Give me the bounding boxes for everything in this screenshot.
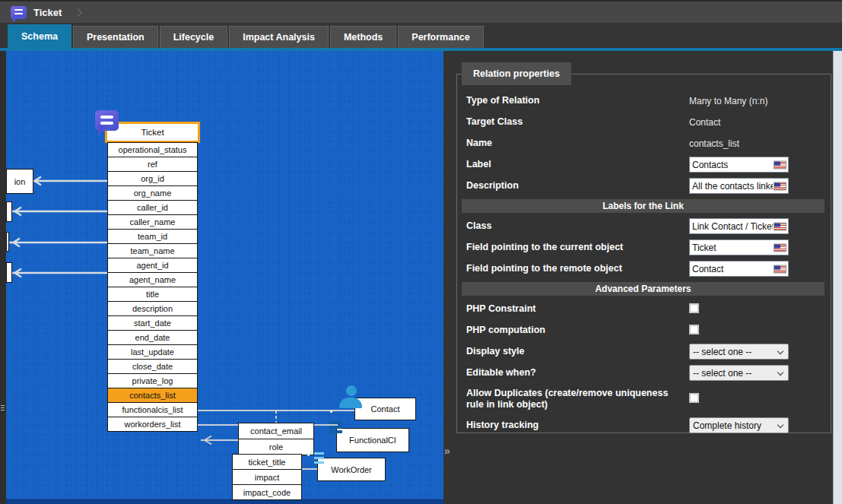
ticket-field-row[interactable]: caller_name <box>107 214 198 230</box>
php-constraint-checkbox[interactable] <box>689 303 699 313</box>
ticket-class-header[interactable]: Ticket <box>105 122 200 143</box>
tab-schema[interactable]: Schema <box>8 24 71 48</box>
ticket-field-row[interactable]: org_id <box>107 171 198 186</box>
contact-link-attributes: contact_emailrole <box>238 423 314 455</box>
contact-class-node[interactable]: Contact <box>354 398 416 420</box>
tab-methods[interactable]: Methods <box>330 26 396 48</box>
field-label: PHP computation <box>466 325 689 336</box>
row-label: Label <box>462 157 825 173</box>
link-attribute-row[interactable]: contact_email <box>238 423 314 439</box>
field-value: contacts_list <box>689 138 789 149</box>
row-field-remote: Field pointing to the remote object <box>462 261 825 277</box>
page-title: Ticket <box>33 7 62 18</box>
ticket-field-row[interactable]: private_log <box>107 373 198 388</box>
expand-chevrons-icon[interactable]: » <box>444 445 450 457</box>
ticket-chat-icon <box>11 6 27 19</box>
display-style-select[interactable]: -- select one -- <box>689 344 789 360</box>
ticket-field-row[interactable]: workorders_list <box>107 417 198 432</box>
ticket-field-row[interactable]: ref <box>107 157 198 172</box>
ticket-field-row[interactable]: agent_name <box>107 272 198 287</box>
ticket-field-row[interactable]: title <box>107 287 198 302</box>
ticket-field-row[interactable]: start_date <box>107 315 198 331</box>
field-label: Label <box>466 159 689 170</box>
row-class: Class <box>462 218 825 234</box>
field-label: Class <box>466 220 689 232</box>
properties-panel: » Relation properties Type of Relation M… <box>443 51 833 504</box>
link-attribute-row[interactable]: role <box>238 439 314 455</box>
field-label: PHP Constraint <box>466 303 689 315</box>
person-icon <box>339 385 364 408</box>
link-attribute-row[interactable]: impact <box>232 469 302 485</box>
title-bar: Ticket <box>0 0 842 23</box>
ticket-field-row[interactable]: close_date <box>107 359 198 374</box>
workorder-class-node[interactable]: WorkOrder <box>317 458 386 481</box>
panel-grip-icon[interactable] <box>1 405 5 412</box>
us-flag-icon <box>774 265 786 273</box>
ticket-field-row[interactable]: contacts_list <box>107 388 198 403</box>
row-name: Name contacts_list <box>462 135 825 151</box>
ticket-field-row[interactable]: org_name <box>107 185 198 201</box>
ticket-field-row[interactable]: operational_status <box>107 142 198 157</box>
row-type-of-relation: Type of Relation Many to Many (n:n) <box>462 93 825 109</box>
history-tracking-select[interactable]: Complete history <box>689 417 789 433</box>
field-label: Type of Relation <box>466 95 689 106</box>
field-label: Description <box>466 180 689 192</box>
ticket-field-row[interactable]: end_date <box>107 330 198 345</box>
field-value: Many to Many (n:n) <box>689 96 789 106</box>
us-flag-icon <box>774 222 786 230</box>
row-allow-duplicates: Allow Duplicates (create/remove uniquene… <box>462 386 825 412</box>
ticket-field-row[interactable]: description <box>107 301 198 316</box>
ticket-field-row[interactable]: team_name <box>107 243 198 258</box>
field-label: Display style <box>466 346 689 357</box>
stub-class-organization[interactable]: ion <box>6 169 33 194</box>
main-area: ion Ticket operational_statusreforg_idor… <box>0 51 842 504</box>
link-attribute-row[interactable]: ticket_title <box>232 454 302 470</box>
ticket-field-row[interactable]: caller_id <box>107 200 198 215</box>
field-label: History tracking <box>466 420 689 431</box>
row-editable-when: Editable when? -- select one -- <box>462 365 825 381</box>
field-label: Editable when? <box>466 367 689 379</box>
ticket-field-row[interactable]: agent_id <box>107 258 198 273</box>
row-display-style: Display style -- select one -- <box>462 344 825 360</box>
stub-class-2[interactable] <box>6 201 12 222</box>
row-target-class: Target Class Contact <box>462 114 825 130</box>
breadcrumb-chevron-icon <box>72 8 82 17</box>
tab-performance[interactable]: Performance <box>398 26 483 48</box>
row-description: Description <box>462 178 825 194</box>
row-php-constraint: PHP Constraint <box>462 301 825 317</box>
field-value: Contact <box>689 117 789 128</box>
tab-impact-analysis[interactable]: Impact Analysis <box>229 26 329 48</box>
ticket-field-row[interactable]: last_update <box>107 344 198 360</box>
tab-lifecycle[interactable]: Lifecycle <box>160 26 228 48</box>
php-computation-checkbox[interactable] <box>689 325 699 334</box>
ticket-field-row[interactable]: team_id <box>107 229 198 244</box>
row-php-computation: PHP computation <box>462 322 825 338</box>
stub-class-4[interactable] <box>6 262 12 283</box>
ticket-class-icon <box>95 110 119 131</box>
us-flag-icon <box>774 160 786 169</box>
editable-when-select[interactable]: -- select one -- <box>689 365 789 381</box>
schema-canvas[interactable]: ion Ticket operational_statusreforg_idor… <box>6 51 443 504</box>
functionalci-class-node[interactable]: FunctionalCI <box>336 428 409 452</box>
tab-presentation[interactable]: Presentation <box>73 26 158 48</box>
left-collapsed-panel <box>0 51 6 504</box>
panel-title: Relation properties <box>462 62 571 85</box>
tab-bar: Schema Presentation Lifecycle Impact Ana… <box>0 23 842 48</box>
field-label: Name <box>466 138 689 149</box>
field-label: Target Class <box>466 116 689 128</box>
breadcrumb[interactable]: Ticket <box>0 2 81 23</box>
vertical-scrollbar[interactable] <box>833 51 842 504</box>
stub-class-3[interactable] <box>6 232 9 252</box>
row-field-current: Field pointing to the current object <box>462 239 825 255</box>
link-attribute-row[interactable]: impact_code <box>232 484 302 500</box>
field-label: Field pointing to the current object <box>466 242 689 253</box>
us-flag-icon <box>774 243 786 252</box>
ticket-field-row[interactable]: functionalcis_list <box>107 402 198 417</box>
us-flag-icon <box>774 182 786 190</box>
allow-duplicates-checkbox[interactable] <box>689 393 699 403</box>
ticket-field-list: operational_statusreforg_idorg_namecalle… <box>107 142 200 432</box>
workorder-link-attributes: ticket_titleimpactimpact_code <box>232 455 302 500</box>
ticket-class-node[interactable]: Ticket operational_statusreforg_idorg_na… <box>107 122 200 432</box>
field-label: Field pointing to the remote object <box>466 263 689 274</box>
field-label: Allow Duplicates (create/remove uniquene… <box>466 388 689 410</box>
